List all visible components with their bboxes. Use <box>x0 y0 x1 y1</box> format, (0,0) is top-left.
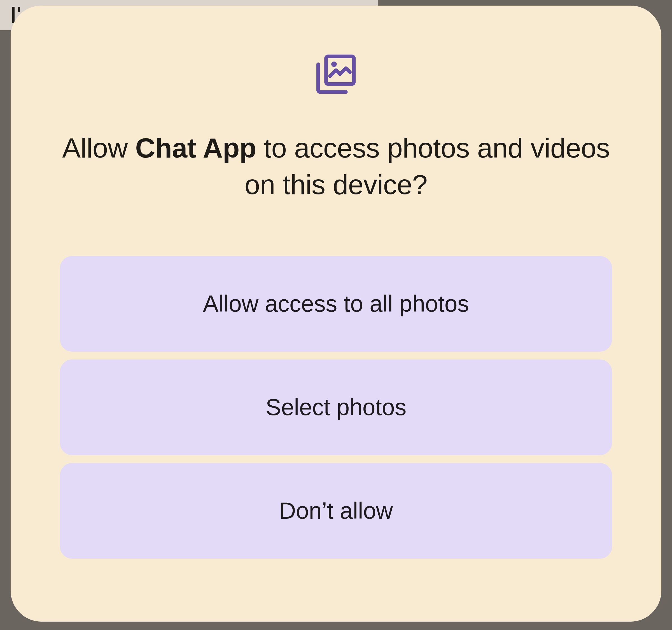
dialog-icon-container <box>312 50 360 99</box>
permission-button-list: Allow access to all photos Select photos… <box>60 256 612 559</box>
dialog-title: Allow Chat App to access photos and vide… <box>60 130 612 203</box>
permission-dialog: Allow Chat App to access photos and vide… <box>10 6 662 622</box>
allow-all-button[interactable]: Allow access to all photos <box>60 256 612 352</box>
photos-icon <box>312 50 360 99</box>
title-suffix: to access photos and videos on this devi… <box>245 132 610 200</box>
dont-allow-button[interactable]: Don’t allow <box>60 463 612 559</box>
app-name: Chat App <box>135 132 256 163</box>
title-prefix: Allow <box>62 132 135 163</box>
select-photos-button[interactable]: Select photos <box>60 359 612 455</box>
svg-point-1 <box>333 63 335 65</box>
